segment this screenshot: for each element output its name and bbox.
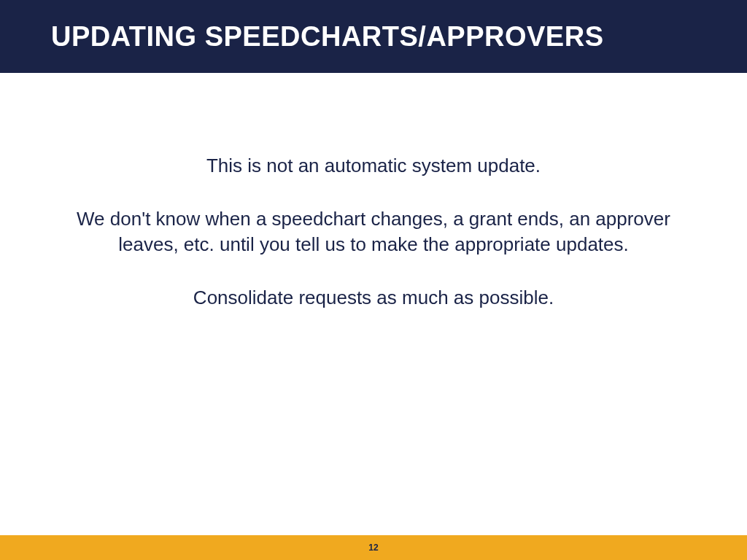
page-number: 12 [368,542,378,553]
header-band: UPDATING SPEEDCHARTS/APPROVERS [0,0,747,73]
footer-band: 12 [0,535,747,560]
content-area: This is not an automatic system update. … [0,73,747,531]
body-paragraph: We don't know when a speedchart changes,… [51,206,696,257]
body-paragraph: Consolidate requests as much as possible… [51,285,696,311]
body-paragraph: This is not an automatic system update. [51,153,696,179]
slide-title: UPDATING SPEEDCHARTS/APPROVERS [51,21,604,52]
